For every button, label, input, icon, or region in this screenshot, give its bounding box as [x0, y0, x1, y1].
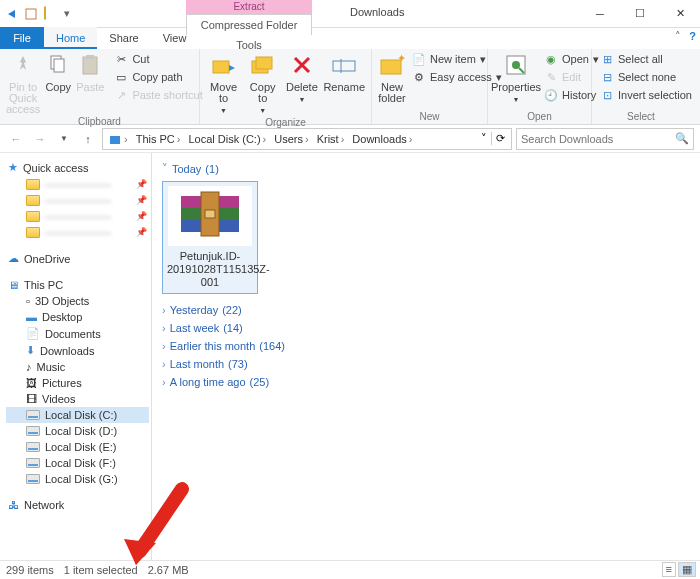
group-long-time-ago[interactable]: ›A long time ago (25)	[162, 376, 690, 388]
refresh-button[interactable]: ⟳	[491, 132, 509, 145]
copy-button[interactable]: Copy	[44, 51, 72, 93]
file-name: Petunjuk.ID-20191028T115135Z-001	[167, 250, 270, 288]
search-box[interactable]: 🔍	[516, 128, 694, 150]
easy-access-icon: ⚙	[412, 70, 426, 84]
nav-pinned-item[interactable]: ——————📌	[6, 176, 149, 192]
maximize-button[interactable]: ☐	[620, 0, 660, 28]
status-size: 2.67 MB	[148, 564, 189, 576]
properties-button[interactable]: Properties▼	[494, 51, 538, 105]
qat-dropdown-icon[interactable]: ▾	[64, 7, 70, 20]
paste-icon	[76, 51, 104, 79]
select-none-button[interactable]: ⊟Select none	[598, 69, 694, 85]
group-earlier-month[interactable]: ›Earlier this month (164)	[162, 340, 690, 352]
breadcrumb-item[interactable]: This PC›	[133, 133, 184, 145]
nav-pane: ★Quick access ——————📌 ——————📌 ——————📌 ——…	[0, 153, 152, 560]
svg-rect-19	[205, 210, 215, 218]
file-item-selected[interactable]: Petunjuk.ID-20191028T115135Z-001	[162, 181, 258, 294]
nav-local-disk-d[interactable]: Local Disk (D:)	[6, 423, 149, 439]
tab-view[interactable]: View	[151, 27, 199, 49]
nav-desktop[interactable]: ▬Desktop	[6, 309, 149, 325]
copy-path-button[interactable]: ▭Copy path	[112, 69, 204, 85]
file-list[interactable]: ˅Today (1) Petunjuk.ID-20191028T115135Z-…	[152, 153, 700, 560]
tab-share[interactable]: Share	[97, 27, 150, 49]
folder-icon	[26, 227, 40, 238]
nav-3d-objects[interactable]: ▫3D Objects	[6, 293, 149, 309]
archive-icon	[168, 186, 252, 246]
search-icon: 🔍	[675, 132, 689, 145]
nav-forward-button[interactable]: →	[30, 129, 50, 149]
nav-local-disk-c[interactable]: Local Disk (C:)	[6, 407, 149, 423]
svg-point-13	[512, 61, 520, 69]
breadcrumb-item[interactable]: Local Disk (C:)›	[185, 133, 269, 145]
pin-to-quick-access-button[interactable]: Pin to Quick access	[6, 51, 40, 115]
drive-icon	[26, 458, 40, 468]
ribbon-tabs: File Home Share View ˄ ?	[0, 27, 700, 49]
breadcrumb-item[interactable]: Krist›	[314, 133, 348, 145]
window-title: Downloads	[350, 6, 404, 18]
nav-downloads[interactable]: ⬇Downloads	[6, 342, 149, 359]
folder-icon	[26, 179, 40, 190]
breadcrumb[interactable]: › This PC› Local Disk (C:)› Users› Krist…	[102, 128, 512, 150]
nav-up-button[interactable]: ↑	[78, 129, 98, 149]
nav-videos[interactable]: 🎞Videos	[6, 391, 149, 407]
icons-view-button[interactable]: ▦	[678, 562, 696, 577]
group-last-month[interactable]: ›Last month (73)	[162, 358, 690, 370]
nav-local-disk-f[interactable]: Local Disk (F:)	[6, 455, 149, 471]
drive-icon	[26, 410, 40, 420]
breadcrumb-item[interactable]: Users›	[271, 133, 311, 145]
paste-shortcut-button[interactable]: ↗Paste shortcut	[112, 87, 204, 103]
caret-right-icon: ›	[162, 304, 166, 316]
open-icon: ◉	[544, 52, 558, 66]
details-view-button[interactable]: ≡	[662, 562, 676, 577]
breadcrumb-item[interactable]: Downloads›	[349, 133, 415, 145]
cut-button[interactable]: ✂Cut	[112, 51, 204, 67]
minimize-button[interactable]: ─	[580, 0, 620, 28]
svg-rect-5	[213, 61, 229, 73]
new-folder-button[interactable]: ✦ New folder	[378, 51, 406, 104]
tab-home[interactable]: Home	[44, 27, 97, 49]
nav-music[interactable]: ♪Music	[6, 359, 149, 375]
star-icon: ★	[8, 161, 18, 174]
group-label-select: Select	[598, 110, 684, 124]
nav-pinned-item[interactable]: ——————📌	[6, 192, 149, 208]
tab-file[interactable]: File	[0, 27, 44, 49]
close-button[interactable]: ✕	[660, 0, 700, 28]
copy-to-button[interactable]: Copy to▼	[245, 51, 280, 116]
nav-local-disk-g[interactable]: Local Disk (G:)	[6, 471, 149, 487]
group-yesterday[interactable]: ›Yesterday (22)	[162, 304, 690, 316]
search-input[interactable]	[521, 133, 689, 145]
svg-rect-14	[110, 136, 120, 144]
paste-button[interactable]: Paste	[76, 51, 104, 93]
edit-button[interactable]: ✎Edit	[542, 69, 601, 85]
nav-this-pc[interactable]: 🖥This PC	[6, 277, 149, 293]
select-all-button[interactable]: ⊞Select all	[598, 51, 694, 67]
select-all-icon: ⊞	[600, 52, 614, 66]
nav-quick-access[interactable]: ★Quick access	[6, 159, 149, 176]
group-label-open: Open	[494, 110, 585, 124]
nav-recent-button[interactable]: ▼	[54, 129, 74, 149]
delete-button[interactable]: Delete▼	[284, 51, 319, 105]
group-last-week[interactable]: ›Last week (14)	[162, 322, 690, 334]
caret-right-icon: ›	[162, 322, 166, 334]
documents-icon: 📄	[26, 327, 40, 340]
nav-local-disk-e[interactable]: Local Disk (E:)	[6, 439, 149, 455]
ribbon-expand-icon[interactable]: ˄	[675, 30, 681, 43]
nav-onedrive[interactable]: ☁OneDrive	[6, 250, 149, 267]
help-icon[interactable]: ?	[689, 30, 696, 43]
back-arrow-icon[interactable]	[4, 7, 18, 21]
rename-button[interactable]: Rename	[323, 51, 365, 93]
group-today[interactable]: ˅Today (1)	[162, 162, 690, 175]
nav-pictures[interactable]: 🖼Pictures	[6, 375, 149, 391]
nav-network[interactable]: 🖧Network	[6, 497, 149, 513]
videos-icon: 🎞	[26, 393, 37, 405]
context-tab-group: Extract	[186, 0, 312, 14]
nav-documents[interactable]: 📄Documents	[6, 325, 149, 342]
move-to-button[interactable]: Move to▼	[206, 51, 241, 116]
new-window-icon[interactable]	[24, 7, 38, 21]
breadcrumb-dropdown-icon[interactable]: ˅	[481, 132, 487, 145]
nav-pinned-item[interactable]: ——————📌	[6, 224, 149, 240]
nav-pinned-item[interactable]: ——————📌	[6, 208, 149, 224]
nav-back-button[interactable]: ←	[6, 129, 26, 149]
breadcrumb-root-icon[interactable]: ›	[105, 132, 131, 146]
invert-selection-button[interactable]: ⊡Invert selection	[598, 87, 694, 103]
